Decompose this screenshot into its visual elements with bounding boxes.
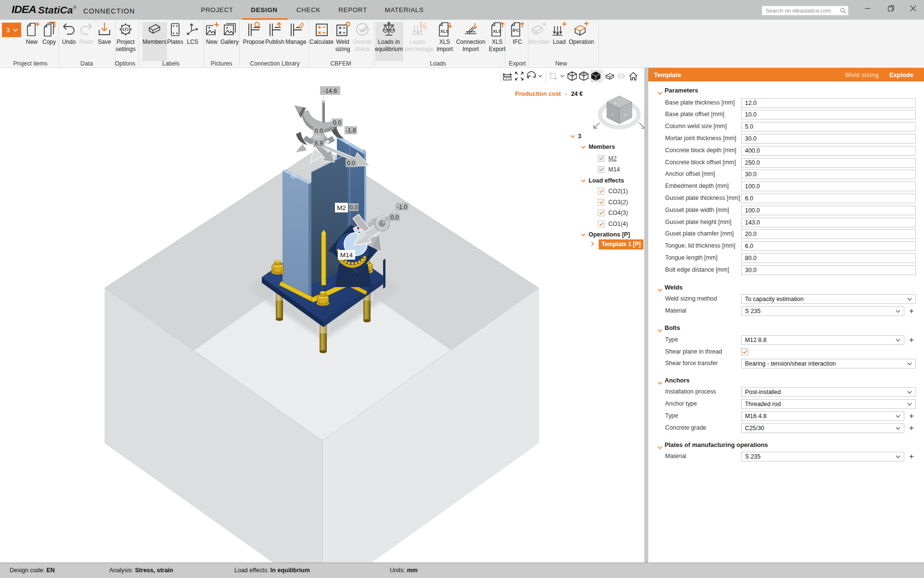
field-input-2[interactable]: 5.0 xyxy=(741,122,916,131)
section-header-welds[interactable]: Welds xyxy=(648,283,924,292)
tree-item[interactable]: CO3(2) xyxy=(598,197,628,207)
section-header-bolts[interactable]: Bolts xyxy=(648,324,924,332)
tree-item[interactable]: CO4(3) xyxy=(598,208,628,218)
field-select[interactable]: S 235 xyxy=(741,452,904,461)
field-input-0[interactable]: 12.0 xyxy=(741,98,916,108)
crop-icon[interactable] xyxy=(547,70,559,82)
tree-item[interactable]: CO2(1) xyxy=(598,186,628,196)
checkbox-checked[interactable] xyxy=(598,199,604,206)
field-input-13[interactable]: 80.0 xyxy=(741,253,916,263)
field-input-3[interactable]: 30.0 xyxy=(741,134,916,144)
field-select[interactable]: Threaded rod xyxy=(741,399,916,409)
cube-solid-icon[interactable] xyxy=(590,70,602,82)
tree-item-template[interactable]: Template 1 [P] xyxy=(591,239,643,249)
field-input-9[interactable]: 100.0 xyxy=(741,206,916,215)
tree-item-label[interactable]: M14 xyxy=(608,166,620,173)
field-select[interactable]: Post-installed xyxy=(741,387,916,397)
tree-node-root[interactable]: 3 xyxy=(570,131,581,141)
add-item-button[interactable]: + xyxy=(907,424,916,433)
field-input-14[interactable]: 30.0 xyxy=(741,265,916,275)
tree-item[interactable]: CO1(4) xyxy=(598,219,628,229)
add-item-button[interactable]: + xyxy=(907,452,916,461)
panel-action-weld-sizing-action[interactable]: Weld sizing xyxy=(845,71,879,79)
field-input-7[interactable]: 100.0 xyxy=(741,182,916,191)
cube-wire-icon[interactable] xyxy=(566,70,578,82)
chevron-down-icon[interactable] xyxy=(657,326,662,334)
section-icon[interactable] xyxy=(604,70,616,82)
field-input-6[interactable]: 30.0 xyxy=(741,170,916,179)
chevron-down-icon[interactable] xyxy=(581,178,586,184)
checkbox-checked[interactable] xyxy=(598,210,604,216)
tree-group-members[interactable]: Members xyxy=(581,142,615,152)
field-input-4[interactable]: 400.0 xyxy=(741,146,916,156)
add-item-button[interactable]: + xyxy=(907,412,916,420)
minimize-button[interactable] xyxy=(860,0,876,16)
chevron-down-icon[interactable] xyxy=(581,144,586,150)
checkbox-checked[interactable] xyxy=(598,188,604,195)
checkbox-checked[interactable] xyxy=(598,221,604,227)
tree-item-label[interactable]: CO2(1) xyxy=(608,188,628,195)
cube-half-icon[interactable] xyxy=(578,70,590,82)
field-input-1[interactable]: 10.0 xyxy=(741,110,916,119)
field-value: 5.0 xyxy=(745,123,753,130)
chevron-down-icon[interactable] xyxy=(657,88,662,97)
home-icon[interactable] xyxy=(628,70,639,82)
tree-group-load-effects[interactable]: Load effects xyxy=(581,176,624,185)
tree-item-label[interactable]: CO4(3) xyxy=(608,210,628,216)
section-header-anchors[interactable]: Anchors xyxy=(648,376,924,385)
section-header-parameters[interactable]: Parameters xyxy=(648,86,924,95)
field-input-8[interactable]: 6.0 xyxy=(741,194,916,203)
section-header-plates-of-manufacturing-operations[interactable]: Plates of manufacturing operations xyxy=(648,441,924,449)
field-input-10[interactable]: 143.0 xyxy=(741,218,916,227)
ribbon-button-operation-new[interactable]: Operation xyxy=(564,21,599,46)
search-box[interactable] xyxy=(762,6,848,15)
field-input-12[interactable]: 6.0 xyxy=(741,241,916,251)
maximize-button[interactable] xyxy=(883,0,899,16)
field-select[interactable]: C25/30 xyxy=(741,423,904,433)
chevron-down-icon[interactable] xyxy=(536,70,544,82)
add-item-button[interactable]: + xyxy=(907,336,916,344)
search-input[interactable] xyxy=(766,8,840,13)
chevron-right-icon[interactable] xyxy=(591,241,596,247)
chevron-down-icon[interactable] xyxy=(581,232,586,237)
tree-item[interactable]: M2 xyxy=(598,154,616,163)
menu-tab-project[interactable]: PROJECT xyxy=(195,0,239,20)
panel-splitter[interactable] xyxy=(644,68,648,563)
ruler-icon[interactable] xyxy=(501,70,513,82)
field-input-11[interactable]: 20.0 xyxy=(741,229,916,239)
viewport-3d[interactable]: -14.6 0.0 0.0 -1.8 5.9 0.0 0.0 -1.0 0.0 … xyxy=(0,68,644,563)
chevron-down-icon[interactable] xyxy=(657,378,662,387)
navigation-cube[interactable]: z x y xyxy=(594,96,644,128)
tree-item-label-selected[interactable]: Template 1 [P] xyxy=(599,239,643,250)
mirror-icon[interactable] xyxy=(616,70,627,82)
chevron-down-icon[interactable] xyxy=(558,70,566,82)
menu-tab-check[interactable]: CHECK xyxy=(289,0,328,20)
chevron-down-icon[interactable] xyxy=(570,134,575,139)
fit-icon[interactable] xyxy=(513,70,525,82)
field-select[interactable]: To capacity estimation xyxy=(741,294,916,304)
tree-item-label[interactable]: CO1(4) xyxy=(608,221,628,227)
field-value: Bearing - tension/shear interaction xyxy=(745,360,836,367)
chevron-down-icon[interactable] xyxy=(657,443,662,451)
checkbox-disabled[interactable] xyxy=(598,155,604,162)
panel-action-explode-action[interactable]: Explode xyxy=(889,71,913,79)
tree-group-operations-p-[interactable]: Operations [P] xyxy=(581,230,630,239)
menu-tab-report[interactable]: REPORT xyxy=(333,0,373,20)
field-value: Post-installed xyxy=(745,389,781,395)
cube-axis-z: z xyxy=(615,101,616,105)
field-input-5[interactable]: 250.0 xyxy=(741,158,916,168)
tree-item-label[interactable]: CO3(2) xyxy=(608,199,628,206)
close-button[interactable] xyxy=(905,0,921,16)
field-checkbox[interactable] xyxy=(741,348,748,355)
chevron-down-icon[interactable] xyxy=(657,285,662,294)
tree-item-label[interactable]: M2 xyxy=(608,155,616,162)
field-select[interactable]: Bearing - tension/shear interaction xyxy=(741,359,916,368)
field-select[interactable]: S 235 xyxy=(741,306,904,316)
menu-tab-design[interactable]: DESIGN xyxy=(242,0,287,20)
checkbox-disabled[interactable] xyxy=(598,166,604,173)
tree-item[interactable]: M14 xyxy=(598,165,620,174)
field-select[interactable]: M12 8.8 xyxy=(741,335,904,345)
menu-tab-materials[interactable]: MATERIALS xyxy=(379,0,430,20)
add-item-button[interactable]: + xyxy=(907,307,916,315)
field-select[interactable]: M16 4.8 xyxy=(741,411,904,421)
